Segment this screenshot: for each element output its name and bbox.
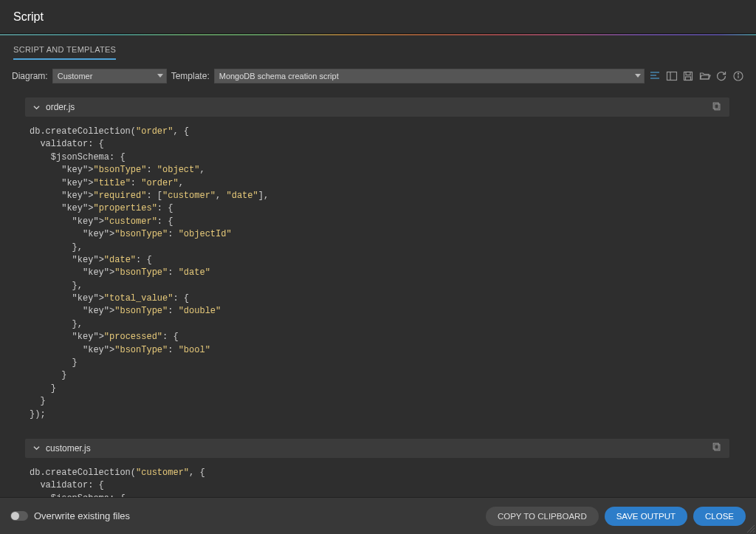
align-left-icon[interactable]	[649, 69, 662, 83]
refresh-icon[interactable]	[715, 69, 728, 83]
file-header[interactable]: order.js	[25, 97, 729, 117]
diagram-label: Diagram:	[12, 71, 48, 81]
folder-open-icon[interactable]	[698, 69, 711, 83]
toggle-panels-icon[interactable]	[665, 69, 678, 83]
svg-rect-13	[713, 103, 718, 109]
svg-line-18	[753, 531, 755, 533]
svg-rect-8	[686, 77, 691, 81]
controls-row: Diagram: Customer Template: MongoDB sche…	[0, 60, 756, 89]
save-output-button[interactable]: SAVE OUTPUT	[605, 507, 687, 526]
chevron-down-icon	[32, 103, 40, 111]
file-section: customer.jsdb.createCollection("customer…	[25, 439, 729, 497]
copy-icon[interactable]	[712, 101, 722, 114]
template-label: Template:	[171, 71, 210, 81]
svg-rect-4	[667, 72, 676, 81]
resize-handle-icon[interactable]	[747, 525, 755, 533]
code-block[interactable]: db.createCollection("order", { validator…	[25, 117, 729, 430]
window-title: Script	[13, 10, 44, 24]
copy-clipboard-button[interactable]: COPY TO CLIPBOARD	[486, 507, 599, 526]
file-name: order.js	[46, 102, 712, 112]
tabs-row: SCRIPT AND TEMPLATES	[0, 35, 756, 60]
overwrite-toggle[interactable]	[10, 511, 28, 521]
svg-rect-7	[686, 72, 690, 75]
overwrite-label: Overwrite existing files	[34, 510, 130, 521]
file-section: order.jsdb.createCollection("order", { v…	[25, 97, 729, 430]
title-bar: Script	[0, 0, 756, 34]
svg-rect-12	[715, 103, 720, 109]
chevron-down-icon	[32, 445, 40, 452]
info-icon[interactable]	[732, 69, 744, 83]
diagram-select[interactable]: Customer	[52, 69, 167, 83]
code-content[interactable]: order.jsdb.createCollection("order", { v…	[10, 89, 752, 497]
template-select[interactable]: MongoDB schema creation script	[214, 69, 645, 83]
file-header[interactable]: customer.js	[25, 439, 729, 458]
svg-rect-14	[715, 445, 720, 451]
code-block[interactable]: db.createCollection("customer", { valida…	[25, 458, 729, 497]
rainbow-divider	[0, 34, 756, 35]
file-name: customer.js	[46, 443, 712, 453]
close-button[interactable]: CLOSE	[693, 507, 746, 526]
footer-bar: Overwrite existing files COPY TO CLIPBOA…	[0, 497, 756, 534]
copy-icon[interactable]	[712, 442, 722, 454]
svg-point-11	[738, 73, 738, 74]
svg-rect-15	[713, 444, 718, 450]
tab-script-templates[interactable]: SCRIPT AND TEMPLATES	[13, 45, 116, 60]
save-icon[interactable]	[682, 69, 695, 83]
